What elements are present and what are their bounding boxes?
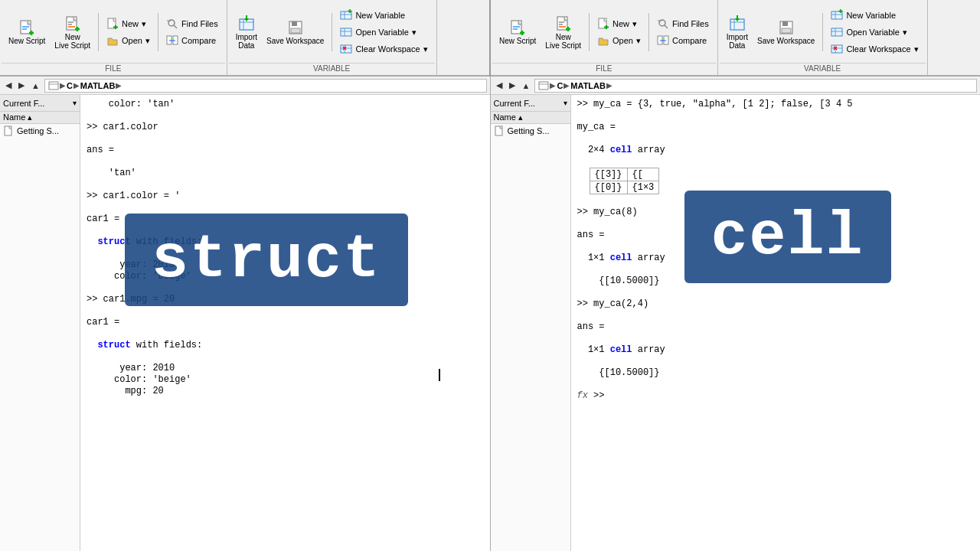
right-sidebar: Current F... ▾ Name ▴ Getting S...: [491, 95, 571, 551]
svg-rect-69: [782, 28, 791, 33]
right-save-workspace-button[interactable]: Save Workspace: [753, 17, 818, 47]
right-open-button[interactable]: Open ▾: [593, 33, 645, 48]
right-addr-icon: [538, 80, 549, 91]
left-sidebar-collapse[interactable]: ▾: [73, 99, 77, 107]
new-chevron: ▾: [142, 19, 146, 29]
left-compare-button[interactable]: Compare: [162, 33, 222, 48]
svg-line-15: [174, 25, 177, 28]
right-command-window[interactable]: >> my_ca = {3, true, "alpha", [1 2]; fal…: [571, 95, 981, 551]
left-code-line-3: ans =: [87, 145, 484, 155]
svg-rect-28: [297, 22, 299, 25]
right-new-script-button[interactable]: New Script: [495, 17, 540, 47]
right-blank-11: [577, 356, 975, 367]
left-blank-10: [87, 328, 484, 339]
left-open-button[interactable]: Open ▾: [103, 33, 154, 48]
right-cmd-content: >> my_ca = {3, true, "alpha", [1 2]; fal…: [577, 99, 975, 401]
right-sidebar-item[interactable]: Getting S...: [491, 124, 570, 138]
left-save-workspace-button[interactable]: Save Workspace: [263, 17, 328, 47]
left-clear-workspace-button[interactable]: Clear Workspace ▾: [336, 41, 431, 57]
right-code-line-8: >> my_ca(2,4): [577, 298, 975, 309]
right-import-data-button[interactable]: ImportData: [723, 13, 752, 52]
right-find-compare-group: Find Files Compare: [653, 16, 713, 48]
left-blank-8: [87, 282, 484, 293]
left-blank-7: [87, 248, 484, 259]
right-new-live-script-icon: [555, 15, 572, 32]
right-open-chevron: ▾: [636, 36, 641, 46]
left-up-button[interactable]: ▲: [29, 80, 42, 91]
right-find-files-icon: [657, 18, 669, 30]
svg-rect-87: [539, 82, 548, 90]
left-forward-button[interactable]: ▶: [16, 80, 27, 91]
right-separator2: [648, 13, 649, 51]
left-new-button[interactable]: New ▾: [103, 16, 154, 31]
right-clear-workspace-button[interactable]: Clear Workspace ▾: [827, 41, 922, 57]
find-files-icon: [166, 18, 178, 30]
left-code-line-11: car1 =: [87, 317, 484, 328]
right-var-buttons: New Variable Open Variable ▾: [827, 8, 922, 57]
right-new-live-script-label: NewLive Script: [545, 33, 581, 50]
right-code-line-10: 1×1 cell array: [577, 344, 975, 355]
right-blank-6: [577, 241, 975, 252]
left-new-variable-button[interactable]: New Variable: [336, 8, 431, 23]
right-find-files-button[interactable]: Find Files: [653, 16, 713, 31]
left-sidebar-item[interactable]: Getting S...: [0, 124, 80, 138]
left-open-variable-button[interactable]: Open Variable ▾: [336, 24, 431, 40]
left-find-compare-group: Find Files Compare: [162, 16, 222, 48]
left-new-script-button[interactable]: New Script: [5, 17, 49, 47]
left-cmd-content: color: 'tan' >> car1.color ans = 'tan' >…: [87, 99, 484, 396]
right-code-line-3: 2×4 cell array: [577, 145, 975, 155]
left-code-line-8: year: 2010: [87, 259, 484, 270]
right-address-field[interactable]: ▶ C ▶ MATLAB ▶: [534, 79, 977, 93]
right-blank-10: [577, 333, 975, 344]
right-current-folder-label: Current F...: [494, 99, 535, 108]
right-new-live-script-button[interactable]: NewLive Script: [541, 13, 585, 52]
left-address-bar: ◀ ▶ ▲ ▶ C ▶ MATLAB ▶: [0, 77, 490, 95]
left-addr-icon: [48, 80, 59, 91]
right-cell-table: {[3]} {[ {[0]} {1×3: [590, 168, 975, 194]
right-new-variable-button[interactable]: New Variable: [827, 8, 922, 23]
right-blank-5: [577, 218, 975, 229]
right-new-variable-icon: [831, 9, 843, 21]
right-code-line-7: {[10.5000]}: [577, 276, 975, 286]
right-new-script-icon: [509, 19, 526, 36]
svg-rect-16: [167, 20, 171, 21]
svg-rect-47: [557, 17, 567, 30]
right-toolbar: New Script NewLive Script: [491, 0, 980, 77]
left-find-files-button[interactable]: Find Files: [162, 16, 222, 31]
right-new-icon: [597, 18, 609, 30]
left-path-matlab: MATLAB: [80, 81, 116, 90]
right-code-line-5: ans =: [577, 230, 975, 240]
left-blank-9: [87, 305, 484, 316]
left-address-field[interactable]: ▶ C ▶ MATLAB ▶: [44, 79, 487, 93]
right-code-line-6: 1×1 cell array: [577, 253, 975, 263]
right-name-col: Name ▴: [494, 112, 523, 122]
left-import-data-button[interactable]: ImportData: [232, 13, 261, 52]
left-col-header: Name ▴: [0, 112, 80, 124]
right-save-workspace-label: Save Workspace: [757, 37, 815, 45]
open-variable-icon: [340, 26, 352, 38]
open-chevron: ▾: [145, 36, 150, 46]
right-blank-12: [577, 379, 975, 390]
left-blank-2: [87, 133, 484, 144]
right-compare-label: Compare: [672, 36, 707, 45]
left-blank-11: [87, 351, 484, 362]
right-new-button[interactable]: New ▾: [593, 16, 645, 31]
right-back-button[interactable]: ◀: [494, 80, 505, 91]
right-up-button[interactable]: ▲: [520, 80, 533, 91]
right-blank-4: [577, 195, 975, 206]
left-command-window[interactable]: color: 'tan' >> car1.color ans = 'tan' >…: [80, 95, 490, 551]
left-new-group: New ▾ Open ▾: [103, 16, 154, 48]
left-new-live-script-button[interactable]: NewLive Script: [51, 13, 94, 52]
right-forward-button[interactable]: ▶: [507, 80, 518, 91]
right-sidebar-collapse[interactable]: ▾: [564, 99, 567, 107]
table-row: {[0]} {1×3: [590, 181, 659, 194]
right-find-files-label: Find Files: [672, 19, 709, 28]
left-variable-label: VARIABLE: [229, 63, 435, 73]
right-open-var-chevron: ▾: [903, 28, 907, 37]
left-code-line-9: color: 'beige': [87, 271, 484, 282]
cell-array-table: {[3]} {[ {[0]} {1×3: [590, 168, 660, 194]
right-open-variable-button[interactable]: Open Variable ▾: [827, 24, 922, 40]
left-back-button[interactable]: ◀: [3, 80, 14, 91]
right-compare-button[interactable]: Compare: [653, 33, 713, 48]
right-file-group: New Script NewLive Script: [491, 0, 718, 75]
